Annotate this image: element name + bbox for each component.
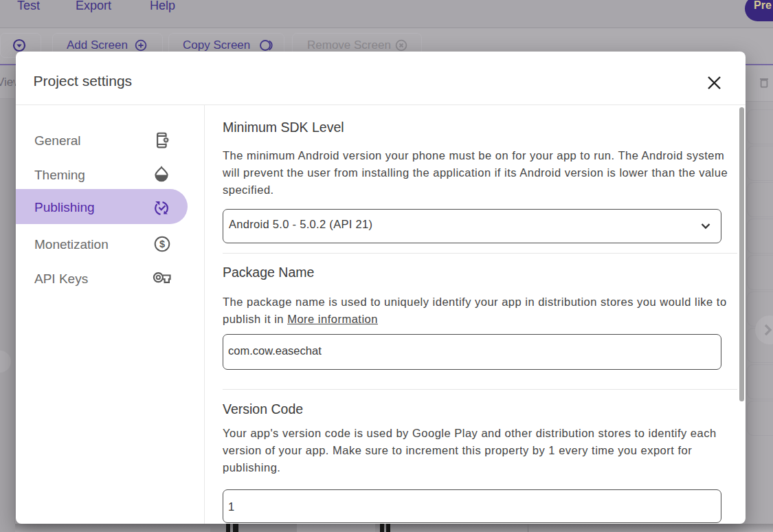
svg-text:$: $ xyxy=(159,239,165,250)
